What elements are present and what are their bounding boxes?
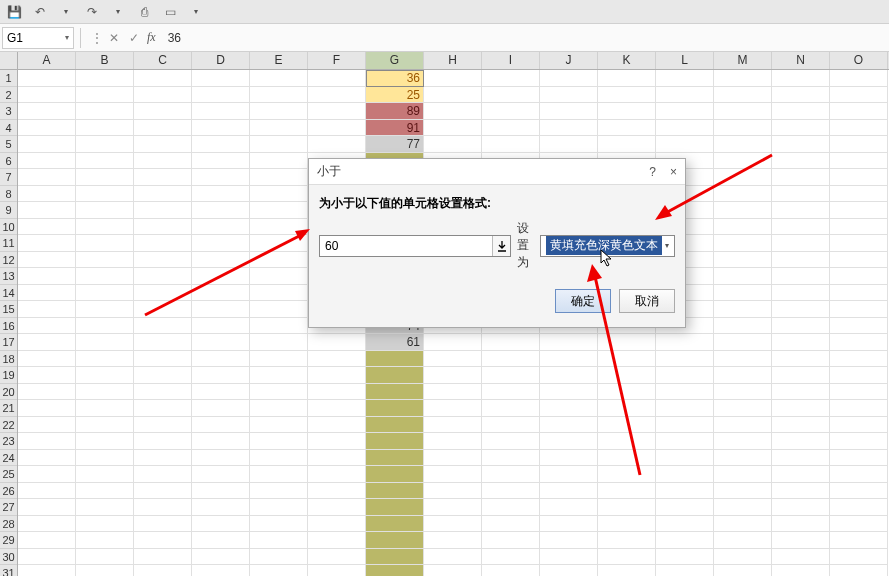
cell[interactable] bbox=[482, 367, 540, 384]
cell[interactable] bbox=[598, 351, 656, 368]
cell[interactable] bbox=[250, 136, 308, 153]
cell[interactable] bbox=[714, 268, 772, 285]
cell[interactable] bbox=[598, 136, 656, 153]
cell[interactable] bbox=[134, 499, 192, 516]
cell[interactable] bbox=[308, 483, 366, 500]
cell[interactable] bbox=[250, 285, 308, 302]
column-header[interactable]: A bbox=[18, 52, 76, 69]
cell[interactable] bbox=[18, 334, 76, 351]
cell[interactable] bbox=[366, 367, 424, 384]
cell[interactable] bbox=[76, 285, 134, 302]
cell[interactable] bbox=[18, 450, 76, 467]
cell[interactable] bbox=[250, 417, 308, 434]
cell[interactable] bbox=[656, 565, 714, 576]
cell[interactable] bbox=[76, 549, 134, 566]
cell[interactable] bbox=[192, 136, 250, 153]
cell[interactable] bbox=[250, 516, 308, 533]
cell[interactable] bbox=[540, 499, 598, 516]
cell[interactable] bbox=[76, 186, 134, 203]
cell[interactable] bbox=[18, 70, 76, 87]
cell[interactable] bbox=[18, 516, 76, 533]
cell[interactable] bbox=[540, 549, 598, 566]
cell[interactable] bbox=[772, 499, 830, 516]
cell[interactable] bbox=[772, 252, 830, 269]
column-header[interactable]: J bbox=[540, 52, 598, 69]
cell[interactable] bbox=[76, 450, 134, 467]
cell[interactable] bbox=[482, 87, 540, 104]
cell[interactable] bbox=[772, 219, 830, 236]
formula-input[interactable] bbox=[162, 24, 889, 51]
cell[interactable] bbox=[714, 87, 772, 104]
cell[interactable] bbox=[714, 153, 772, 170]
column-header[interactable]: E bbox=[250, 52, 308, 69]
cell[interactable] bbox=[192, 466, 250, 483]
cell[interactable] bbox=[830, 285, 888, 302]
row-header[interactable]: 3 bbox=[0, 103, 17, 120]
cell[interactable] bbox=[76, 400, 134, 417]
cell[interactable] bbox=[192, 384, 250, 401]
row-header[interactable]: 21 bbox=[0, 400, 17, 417]
chevron-down-icon[interactable]: ▾ bbox=[662, 241, 672, 250]
cell[interactable] bbox=[192, 565, 250, 576]
cell[interactable] bbox=[772, 120, 830, 137]
cell[interactable] bbox=[830, 499, 888, 516]
range-selector-icon[interactable] bbox=[492, 236, 510, 256]
cell[interactable] bbox=[366, 516, 424, 533]
cell[interactable] bbox=[134, 532, 192, 549]
column-header[interactable]: I bbox=[482, 52, 540, 69]
cell[interactable] bbox=[18, 483, 76, 500]
cell[interactable] bbox=[18, 136, 76, 153]
cell[interactable] bbox=[598, 334, 656, 351]
cell[interactable] bbox=[76, 351, 134, 368]
cell[interactable] bbox=[772, 169, 830, 186]
cell[interactable] bbox=[308, 565, 366, 576]
column-header[interactable]: C bbox=[134, 52, 192, 69]
cell[interactable] bbox=[656, 70, 714, 87]
cell[interactable] bbox=[134, 235, 192, 252]
column-header[interactable]: H bbox=[424, 52, 482, 69]
cell[interactable] bbox=[18, 433, 76, 450]
row-header[interactable]: 10 bbox=[0, 219, 17, 236]
row-header[interactable]: 4 bbox=[0, 120, 17, 137]
cell[interactable] bbox=[192, 301, 250, 318]
cell[interactable] bbox=[540, 417, 598, 434]
cell[interactable] bbox=[76, 87, 134, 104]
cell[interactable]: 61 bbox=[366, 334, 424, 351]
cell[interactable] bbox=[830, 219, 888, 236]
cell[interactable] bbox=[714, 466, 772, 483]
cell[interactable] bbox=[714, 384, 772, 401]
cell[interactable] bbox=[134, 301, 192, 318]
row-header[interactable]: 23 bbox=[0, 433, 17, 450]
cancel-button[interactable]: 取消 bbox=[619, 289, 675, 313]
cell[interactable] bbox=[192, 417, 250, 434]
cell[interactable] bbox=[134, 334, 192, 351]
cell[interactable] bbox=[830, 516, 888, 533]
cell[interactable] bbox=[424, 516, 482, 533]
column-header[interactable]: G bbox=[366, 52, 424, 69]
cell[interactable] bbox=[308, 103, 366, 120]
row-header[interactable]: 30 bbox=[0, 549, 17, 566]
cell[interactable] bbox=[192, 186, 250, 203]
cell[interactable] bbox=[714, 202, 772, 219]
cell[interactable] bbox=[540, 384, 598, 401]
cell[interactable] bbox=[18, 103, 76, 120]
cell[interactable] bbox=[192, 516, 250, 533]
cell[interactable] bbox=[366, 466, 424, 483]
cell[interactable] bbox=[830, 268, 888, 285]
cell[interactable] bbox=[308, 367, 366, 384]
cell[interactable] bbox=[714, 565, 772, 576]
cell[interactable] bbox=[76, 268, 134, 285]
cell[interactable] bbox=[424, 549, 482, 566]
cell[interactable] bbox=[656, 433, 714, 450]
cell[interactable] bbox=[540, 70, 598, 87]
cell[interactable] bbox=[714, 499, 772, 516]
cell[interactable] bbox=[134, 549, 192, 566]
cell[interactable] bbox=[714, 367, 772, 384]
cell[interactable] bbox=[482, 516, 540, 533]
cell[interactable] bbox=[424, 433, 482, 450]
cell[interactable] bbox=[482, 565, 540, 576]
cell[interactable] bbox=[134, 417, 192, 434]
cell[interactable] bbox=[76, 103, 134, 120]
cell[interactable] bbox=[76, 417, 134, 434]
cell[interactable] bbox=[366, 351, 424, 368]
